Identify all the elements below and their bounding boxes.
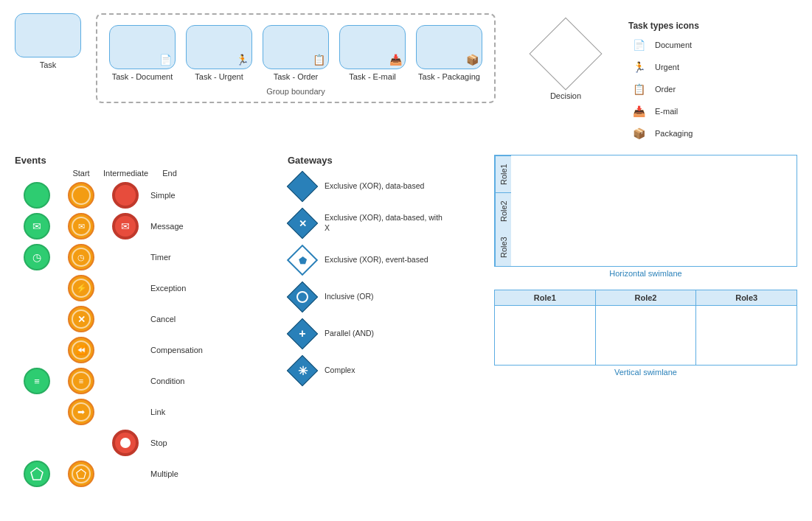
gateway-row-xor: Exclusive (XOR), data-based [288, 172, 479, 201]
inter-message-circle: ✉ [68, 213, 94, 239]
gateway-event-shape: ⬟ [288, 245, 317, 275]
svg-marker-0 [31, 468, 43, 480]
task-shape [15, 13, 81, 57]
event-inter-cancel: ✕ [59, 306, 103, 332]
task-item: Task [15, 13, 81, 69]
col-end: End [148, 169, 192, 178]
gateway-row-or: Inclusive (OR) [288, 282, 479, 312]
task-types-panel: Task types icons 📄 Document 🏃 Urgent 📋 O… [628, 21, 746, 147]
event-row-timer: ◷ ◷ Timer [15, 244, 273, 270]
event-name-link: Link [150, 408, 209, 416]
event-name-simple: Simple [150, 191, 209, 200]
h-swim-row-role2: Role2 [495, 192, 797, 229]
v-swim-header-role3: Role3 [696, 290, 797, 305]
task-types-title: Task types icons [628, 21, 746, 31]
task-packaging-label: Task - Packaging [418, 72, 480, 81]
horizontal-swimlane-container: Role1 Role2 Role3 Horizontal swimlane [494, 155, 797, 278]
event-name-condition: Condition [150, 377, 209, 385]
gateway-row-xor-x: ✕ Exclusive (XOR), data-based, with X [288, 209, 479, 238]
x-icon: ✕ [299, 218, 307, 229]
event-row-message: ✉ ✉ ✉ Message [15, 213, 273, 239]
gateway-row-and: + Parallel (AND) [288, 319, 479, 349]
event-name-stop: Stop [150, 438, 209, 447]
h-swim-label-role2: Role2 [495, 192, 511, 229]
task-order-item: 📋 Task - Order [263, 25, 329, 81]
inter-cancel-circle: ✕ [68, 306, 94, 332]
svg-marker-1 [77, 469, 86, 478]
event-name-multiple: Multiple [150, 469, 209, 478]
v-swim-col-role3 [696, 306, 797, 365]
task-type-document-icon: 📄 [628, 37, 649, 53]
task-type-order-icon: 📋 [628, 81, 649, 97]
start-message-circle: ✉ [24, 213, 50, 239]
v-swim-col-role2 [596, 306, 697, 365]
event-row-exception: ⚡ Exception [15, 275, 273, 301]
gateways-title: Gateways [288, 155, 479, 166]
vertical-swimlane-caption: Vertical swimlane [494, 368, 797, 377]
task-type-urgent-row: 🏃 Urgent [628, 59, 746, 75]
event-circle-icon: ⬟ [299, 255, 307, 266]
event-name-exception: Exception [150, 284, 209, 293]
swimlane-section: Role1 Role2 Role3 Horizontal swimlane [494, 155, 797, 487]
vertical-swimlane-container: Role1 Role2 Role3 Vertical swimlane [494, 290, 797, 377]
task-packaging-shape: 📦 [416, 25, 482, 69]
task-label: Task [40, 60, 57, 69]
end-message-circle: ✉ [112, 213, 139, 239]
decision-diamond [530, 18, 603, 91]
task-urgent-item: 🏃 Task - Urgent [186, 25, 252, 81]
event-inter-compensation: ⏪ [59, 337, 103, 363]
events-section: Events Start Intermediate End [15, 155, 273, 487]
event-name-timer: Timer [150, 253, 209, 262]
task-email-item: 📥 Task - E-mail [339, 25, 406, 81]
task-packaging-item: 📦 Task - Packaging [416, 25, 482, 81]
urgent-icon: 🏃 [236, 54, 249, 66]
event-row-multiple: Multiple [15, 461, 273, 487]
task-order-shape: 📋 [263, 25, 329, 69]
task-type-packaging-name: Packaging [655, 129, 693, 138]
gateway-row-event-based: ⬟ Exclusive (XOR), event-based [288, 245, 479, 275]
h-swim-label-role3: Role3 [495, 229, 511, 266]
event-inter-exception: ⚡ [59, 275, 103, 301]
bottom-section: Events Start Intermediate End [0, 147, 812, 487]
h-swim-content-role2 [511, 192, 797, 229]
event-inter-message: ✉ [59, 213, 103, 239]
inter-link-circle: ➡ [68, 399, 94, 425]
horizontal-swimlane: Role1 Role2 Role3 [494, 155, 797, 267]
task-urgent-label: Task - Urgent [195, 72, 243, 81]
gateway-or-label: Inclusive (OR) [325, 292, 374, 302]
gateway-and-shape: + [288, 319, 317, 349]
start-multiple-circle [24, 461, 50, 487]
task-document-item: 📄 Task - Document [109, 25, 176, 81]
or-circle-icon [296, 291, 308, 303]
inter-simple-circle [68, 182, 94, 209]
gateway-complex-shape: ✳ [288, 356, 317, 385]
event-end-stop [103, 430, 148, 456]
top-section: Task 📄 Task - Document 🏃 Task - Urgent 📋… [0, 0, 812, 147]
v-swim-header-row: Role1 Role2 Role3 [495, 290, 797, 306]
event-end-simple [103, 182, 148, 209]
task-type-email-row: 📥 E-mail [628, 103, 746, 119]
horizontal-swimlane-caption: Horizontal swimlane [494, 269, 797, 278]
event-row-simple: Simple [15, 182, 273, 209]
event-inter-timer: ◷ [59, 244, 103, 270]
event-end-message: ✉ [103, 213, 148, 239]
task-type-urgent-name: Urgent [655, 63, 679, 71]
task-type-document-name: Document [655, 41, 692, 49]
pentagon-start-icon [30, 467, 44, 480]
gateway-row-complex: ✳ Complex [288, 356, 479, 385]
events-title: Events [15, 155, 273, 166]
end-stop-circle [112, 430, 139, 456]
gateway-xor-x-shape: ✕ [288, 209, 317, 238]
v-swim-header-role2: Role2 [596, 290, 697, 305]
task-type-email-icon: 📥 [628, 103, 649, 119]
task-type-email-name: E-mail [655, 107, 678, 116]
decision-label: Decision [550, 91, 581, 100]
task-order-label: Task - Order [274, 72, 319, 81]
task-type-packaging-row: 📦 Packaging [628, 125, 746, 141]
start-condition-circle: ≡ [24, 368, 50, 394]
event-start-multiple [15, 461, 59, 487]
gateway-xor-shape [288, 172, 317, 201]
task-document-label: Task - Document [112, 72, 173, 81]
event-name-cancel: Cancel [150, 315, 209, 324]
event-row-cancel: ✕ Cancel [15, 306, 273, 332]
